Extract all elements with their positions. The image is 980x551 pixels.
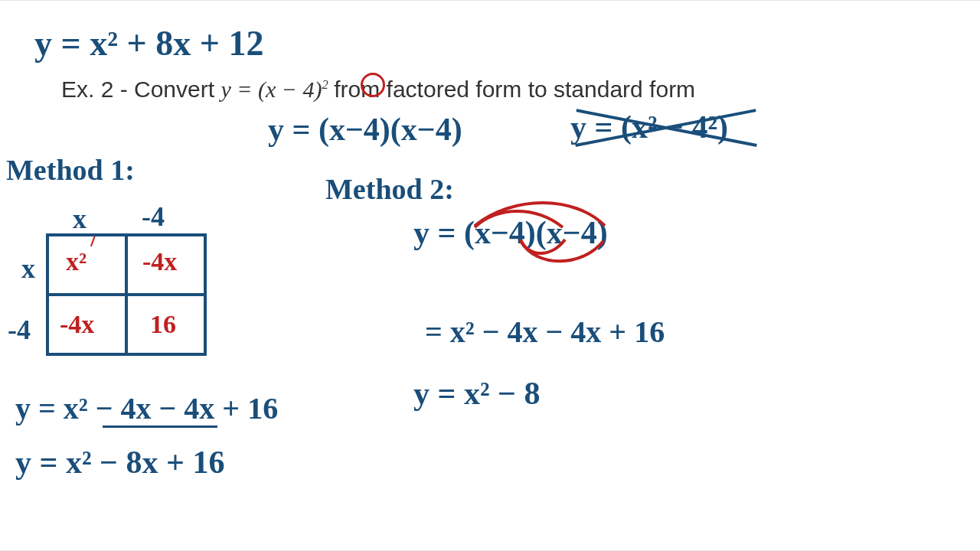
exponent-circle-annotation — [361, 73, 385, 97]
method-1-heading: Method 1: — [6, 153, 135, 187]
method-2-step-1: = x² − 4x − 4x + 16 — [425, 314, 665, 350]
area-model-col-header-0: x — [73, 203, 87, 235]
area-model-cell-0-0: x² — [66, 247, 87, 276]
equation-expanded-factored: y = (x−4)(x−4) — [268, 111, 462, 148]
area-model-cell-1-1: 16 — [150, 310, 176, 339]
method-2-factored: y = (x−4)(x−4) — [413, 214, 608, 251]
area-model-row-header-1: -4 — [8, 314, 31, 346]
area-model-cell-0-1: -4x — [142, 247, 177, 276]
example-label: Ex. 2 - Convert — [61, 77, 220, 102]
equation-wrong-expansion: y = (x² − 4²) — [570, 109, 728, 145]
method-1-step-1: y = x² − 4x − 4x + 16 — [15, 390, 278, 426]
area-model-cell-1-0: -4x — [60, 310, 94, 339]
area-model-col-header-1: -4 — [142, 201, 165, 233]
method-2-heading: Method 2: — [325, 172, 454, 206]
area-model-grid: x² -4x -4x 16 — [46, 233, 207, 356]
example-tail: from factored form to standard form — [334, 77, 695, 102]
area-model-row-header-0: x — [21, 253, 35, 285]
example-equation: y = (x − 4)2 — [220, 77, 334, 102]
combine-like-terms-underline — [103, 425, 217, 428]
method-1-step-2: y = x² − 8x + 16 — [15, 444, 224, 481]
method-2-step-2: y = x² − 8 — [413, 375, 540, 412]
equation-original: y = x² + 8x + 12 — [34, 23, 263, 64]
